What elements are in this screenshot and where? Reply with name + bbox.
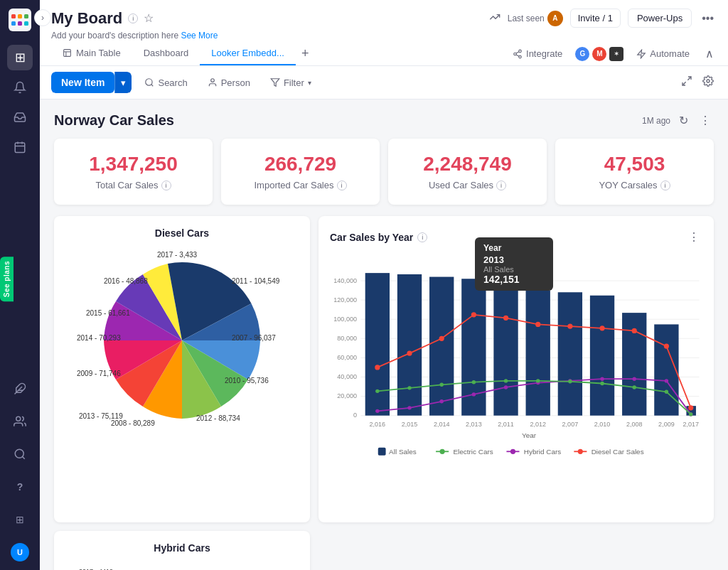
power-ups-button[interactable]: Power-Ups xyxy=(628,9,692,28)
dashboard-more-button[interactable]: ⋮ xyxy=(697,111,714,130)
more-options-button[interactable]: ••• xyxy=(699,9,717,28)
new-item-button[interactable]: New Item xyxy=(51,72,114,93)
svg-rect-7 xyxy=(15,143,25,153)
star-icon[interactable]: ☆ xyxy=(144,11,154,25)
add-tab-button[interactable]: + xyxy=(296,43,315,64)
svg-point-31 xyxy=(707,80,710,82)
svg-line-29 xyxy=(687,77,691,80)
electric-dot-1 xyxy=(375,389,379,393)
filter-dropdown-arrow: ▾ xyxy=(308,79,311,87)
svg-line-23 xyxy=(516,51,519,53)
svg-text:All Sales: All Sales xyxy=(389,448,417,456)
bar-chart-more-button[interactable]: ⋮ xyxy=(685,227,702,247)
invite-button[interactable]: Invite / 1 xyxy=(570,9,621,28)
sidebar-item-help[interactable]: ? xyxy=(7,474,33,500)
electric-dot-8 xyxy=(600,382,604,385)
toolbar-right xyxy=(678,72,717,92)
sidebar-item-apps[interactable]: ⊞ xyxy=(7,507,33,532)
svg-text:100,000: 100,000 xyxy=(333,316,357,323)
svg-text:40,000: 40,000 xyxy=(337,373,357,380)
settings-button[interactable] xyxy=(700,72,717,92)
stat-imported-info-icon[interactable]: i xyxy=(337,181,347,190)
fullscreen-button[interactable] xyxy=(678,72,695,92)
hybrid-dot-9 xyxy=(633,377,636,380)
svg-point-21 xyxy=(519,55,522,58)
sidebar-item-calendar[interactable] xyxy=(7,134,33,160)
electric-dot-11 xyxy=(689,412,692,416)
sidebar-item-inbox[interactable] xyxy=(7,104,33,130)
svg-marker-24 xyxy=(638,50,646,58)
svg-text:2,007: 2,007 xyxy=(562,421,579,428)
svg-rect-5 xyxy=(18,21,22,26)
svg-text:2,012: 2,012 xyxy=(530,421,546,428)
tooltip-year-label: Year xyxy=(483,243,545,253)
integrate-button[interactable]: Integrate xyxy=(505,44,569,63)
pie-label-2017: 2017 - 3,433 xyxy=(157,251,198,259)
svg-rect-0 xyxy=(9,9,31,31)
diesel-dot-11 xyxy=(688,405,693,410)
stat-yoy-info-icon[interactable]: i xyxy=(660,181,670,190)
electric-dot-5 xyxy=(504,379,508,382)
stat-yoy-label: YOY Carsales i xyxy=(572,180,697,190)
hybrid-dot-3 xyxy=(439,399,443,403)
new-item-wrapper: New Item ▾ xyxy=(51,72,132,93)
integration-icons: G M ✶ xyxy=(575,47,623,61)
refresh-button[interactable]: ↻ xyxy=(676,111,691,130)
stat-card-total: 1,347,250 Total Car Sales i xyxy=(54,139,213,205)
electric-dot-4 xyxy=(472,380,476,384)
see-plans-button[interactable]: See plans xyxy=(0,257,14,301)
board-subtitle: Add your board's description here See Mo… xyxy=(51,31,717,41)
automate-button[interactable]: Automate xyxy=(629,44,697,63)
sidebar-item-bell[interactable] xyxy=(7,75,33,100)
sidebar: › ⊞ See plans ? ⊞ U xyxy=(0,0,40,570)
bar-2015 xyxy=(397,274,422,416)
pie-label-2009: 2009 - 71,746 xyxy=(77,370,121,377)
search-button[interactable]: Search xyxy=(137,73,194,92)
svg-text:2,016: 2,016 xyxy=(370,421,386,428)
svg-text:2,010: 2,010 xyxy=(594,421,611,428)
svg-rect-2 xyxy=(18,14,22,18)
sidebar-item-puzzle[interactable] xyxy=(7,376,33,402)
svg-text:Year: Year xyxy=(522,431,537,439)
hybrid-chart-title: Hybrid Cars xyxy=(65,542,299,554)
app-logo[interactable] xyxy=(9,9,31,31)
sidebar-item-home[interactable]: ⊞ xyxy=(7,45,33,70)
sidebar-item-people[interactable] xyxy=(7,409,33,434)
see-more-link[interactable]: See More xyxy=(181,31,218,41)
stat-total-label: Total Car Sales i xyxy=(71,180,196,190)
info-icon[interactable]: i xyxy=(128,14,138,23)
sidebar-item-search[interactable] xyxy=(7,441,33,467)
stat-card-used: 2,248,749 Used Car Sales i xyxy=(388,139,547,205)
sidebar-collapse-btn[interactable]: › xyxy=(34,9,51,26)
person-filter-button[interactable]: Person xyxy=(200,73,257,92)
google-integration-icon: G xyxy=(575,47,589,61)
last-seen-avatar: A xyxy=(547,11,563,26)
new-item-dropdown-button[interactable]: ▾ xyxy=(114,72,132,93)
user-avatar[interactable]: U xyxy=(11,543,29,561)
svg-point-62 xyxy=(439,449,444,454)
bar-chart-info-icon[interactable]: i xyxy=(417,232,427,242)
tabs-bar: Main Table Dashboard Looker Embedd... + … xyxy=(51,42,717,65)
topbar: My Board i ☆ Last seen A Invite / 1 Powe… xyxy=(40,0,728,66)
charts-row: Diesel Cars xyxy=(54,216,714,522)
board-title: My Board xyxy=(51,9,122,28)
svg-rect-6 xyxy=(24,21,28,26)
collapse-integrate-button[interactable]: ∧ xyxy=(702,44,717,63)
diesel-dot-5 xyxy=(503,316,508,321)
tooltip-sales-value: 142,151 xyxy=(483,274,545,285)
tab-looker[interactable]: Looker Embedd... xyxy=(200,42,296,65)
electric-dot-2 xyxy=(407,386,411,389)
bottom-right-placeholder xyxy=(318,531,714,570)
tab-main-table[interactable]: Main Table xyxy=(51,42,132,65)
svg-point-27 xyxy=(210,79,214,82)
tab-dashboard[interactable]: Dashboard xyxy=(132,42,200,65)
bar-2011 xyxy=(493,284,518,415)
electric-dot-6 xyxy=(536,379,540,382)
svg-point-14 xyxy=(15,449,23,458)
bar-2009 xyxy=(654,324,678,415)
filter-button[interactable]: Filter ▾ xyxy=(263,73,318,92)
gmail-integration-icon: M xyxy=(592,47,606,61)
stat-used-info-icon[interactable]: i xyxy=(496,181,506,190)
diesel-dot-1 xyxy=(375,365,380,370)
stat-total-info-icon[interactable]: i xyxy=(161,181,171,190)
